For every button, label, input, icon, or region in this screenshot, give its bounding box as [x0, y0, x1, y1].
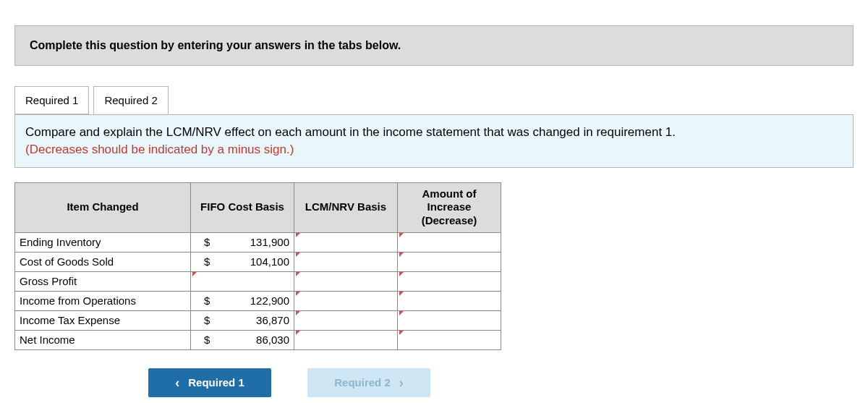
input-marker-icon [296, 311, 300, 315]
tab-required-2[interactable]: Required 2 [93, 86, 168, 114]
fifo-cell[interactable] [191, 271, 294, 291]
input-marker-icon [296, 253, 300, 257]
fifo-cell[interactable]: $104,100 [191, 252, 294, 271]
instruction-banner: Complete this question by entering your … [14, 25, 854, 66]
fifo-cell[interactable]: $122,900 [191, 291, 294, 310]
next-button: Required 2 › [307, 368, 430, 397]
fifo-value: 131,900 [204, 236, 289, 248]
chevron-right-icon: › [399, 376, 404, 389]
input-marker-icon [399, 292, 404, 296]
prompt-note: (Decreases should be indicated by a minu… [25, 143, 294, 156]
currency-symbol: $ [204, 236, 210, 248]
fifo-value: 104,100 [204, 255, 289, 268]
tab-required-1[interactable]: Required 1 [14, 86, 89, 114]
input-marker-icon [296, 292, 300, 296]
header-lcm: LCM/NRV Basis [294, 182, 398, 232]
input-marker-icon [399, 331, 404, 335]
input-marker-icon [296, 272, 300, 276]
amount-cell[interactable] [398, 271, 501, 291]
lcm-cell[interactable] [294, 271, 398, 291]
table-row: Cost of Goods Sold$104,100 [15, 252, 501, 271]
lcm-cell[interactable] [294, 310, 398, 330]
amount-cell[interactable] [398, 330, 501, 349]
amount-cell[interactable] [398, 232, 501, 252]
input-marker-icon [399, 253, 404, 257]
answer-table: Item Changed FIFO Cost Basis LCM/NRV Bas… [14, 182, 501, 350]
lcm-cell[interactable] [294, 232, 398, 252]
lcm-cell[interactable] [294, 252, 398, 271]
row-label: Income from Operations [15, 291, 191, 310]
next-button-label: Required 2 [334, 376, 391, 389]
fifo-value: 122,900 [204, 294, 289, 307]
input-marker-icon [399, 311, 404, 315]
fifo-cell[interactable]: $86,030 [191, 330, 294, 349]
prompt-main: Compare and explain the LCM/NRV effect o… [25, 125, 676, 139]
table-row: Gross Profit [15, 271, 501, 291]
row-label: Net Income [15, 330, 191, 349]
table-row: Income from Operations$122,900 [15, 291, 501, 310]
row-label: Ending Inventory [15, 232, 191, 252]
fifo-cell[interactable]: $131,900 [191, 232, 294, 252]
lcm-cell[interactable] [294, 330, 398, 349]
prev-button-label: Required 1 [188, 376, 244, 389]
nav-row: ‹ Required 1 Required 2 › [14, 368, 564, 397]
header-item: Item Changed [15, 182, 191, 232]
prev-button[interactable]: ‹ Required 1 [148, 368, 271, 397]
input-marker-icon [296, 331, 300, 335]
row-label: Cost of Goods Sold [15, 252, 191, 271]
table-row: Ending Inventory$131,900 [15, 232, 501, 252]
input-marker-icon [399, 233, 404, 237]
input-marker-icon [192, 272, 197, 276]
row-label: Income Tax Expense [15, 310, 191, 330]
input-marker-icon [399, 272, 404, 276]
currency-symbol: $ [204, 314, 210, 326]
row-label: Gross Profit [15, 271, 191, 291]
fifo-cell[interactable]: $36,870 [191, 310, 294, 330]
fifo-value: 86,030 [204, 334, 289, 346]
lcm-cell[interactable] [294, 291, 398, 310]
amount-cell[interactable] [398, 252, 501, 271]
amount-cell[interactable] [398, 291, 501, 310]
header-fifo: FIFO Cost Basis [191, 182, 294, 232]
input-marker-icon [296, 233, 300, 237]
tabs-row: Required 1 Required 2 [14, 84, 854, 114]
table-row: Income Tax Expense$36,870 [15, 310, 501, 330]
amount-cell[interactable] [398, 310, 501, 330]
fifo-value: 36,870 [204, 314, 289, 326]
chevron-left-icon: ‹ [175, 376, 179, 389]
prompt-box: Compare and explain the LCM/NRV effect o… [14, 114, 854, 168]
currency-symbol: $ [204, 294, 210, 307]
header-amt: Amount of Increase (Decrease) [398, 182, 501, 232]
table-row: Net Income$86,030 [15, 330, 501, 349]
currency-symbol: $ [204, 255, 210, 268]
currency-symbol: $ [204, 334, 210, 346]
